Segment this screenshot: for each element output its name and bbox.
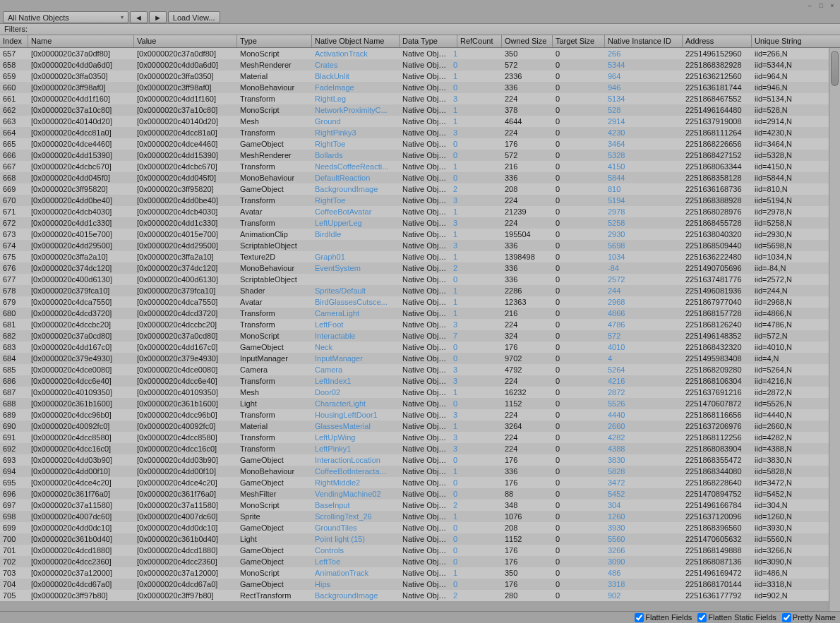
cell-refcount[interactable]: 1	[450, 72, 457, 80]
col-name[interactable]: Name	[28, 35, 134, 47]
table-row[interactable]: 661[0x0000020c4dd1f160][0x0000020c4dd1f1…	[0, 93, 829, 104]
cell-nativeid[interactable]: 2978	[605, 207, 683, 216]
cell-nativeid[interactable]: -84	[605, 264, 683, 272]
table-row[interactable]: 691[0x0000020c4dcc8580][0x0000020c4dcc85…	[0, 432, 829, 443]
cell-refcount[interactable]: 1	[450, 388, 457, 397]
cell-nativeid[interactable]: 266	[605, 49, 683, 58]
cell-native-name[interactable]: CharacterLight	[312, 399, 400, 408]
table-row[interactable]: 703[0x0000020c37a12000][0x0000020c37a120…	[0, 567, 829, 579]
col-refcount[interactable]: RefCount	[457, 35, 502, 47]
cell-native-name[interactable]: LeftIndex1	[312, 377, 400, 385]
cell-native-name[interactable]: CoffeeBotInteracta...	[312, 467, 400, 476]
cell-nativeid[interactable]: 1034	[605, 253, 683, 261]
cell-refcount[interactable]: 3	[450, 95, 457, 103]
cell-refcount[interactable]: 3	[450, 411, 457, 419]
cell-refcount[interactable]: 0	[450, 275, 457, 284]
cell-native-name[interactable]: VendingMachine02	[312, 490, 400, 498]
table-row[interactable]: 675[0x0000020c3ffa2a10][0x0000020c3ffa2a…	[0, 251, 829, 262]
cell-refcount[interactable]: 0	[450, 354, 457, 363]
table-row[interactable]: 684[0x0000020c379e4930][0x0000020c379e49…	[0, 353, 829, 364]
cell-nativeid[interactable]: 3930	[605, 524, 683, 532]
col-uniquestr[interactable]: Unique String	[752, 35, 818, 47]
cell-nativeid[interactable]: 2572	[605, 275, 683, 284]
cell-refcount[interactable]: 1	[450, 230, 457, 238]
cell-refcount[interactable]: 3	[450, 219, 457, 227]
cell-native-name[interactable]: Neck	[312, 343, 400, 351]
table-row[interactable]: 676[0x0000020c374dc120][0x0000020c374dc1…	[0, 262, 829, 274]
cell-native-name[interactable]: Point light (15)	[312, 535, 400, 543]
cell-refcount[interactable]: 3	[450, 444, 457, 453]
table-row[interactable]: 690[0x0000020c40092fc0][0x0000020c40092f…	[0, 421, 829, 432]
table-row[interactable]: 696[0x0000020c361f76a0][0x0000020c361f76…	[0, 488, 829, 500]
cell-nativeid[interactable]: 5194	[605, 196, 683, 205]
cell-native-name[interactable]: FadeImage	[312, 83, 400, 92]
table-row[interactable]: 670[0x0000020c4dd0be40][0x0000020c4dd0be…	[0, 195, 829, 206]
history-prev-button[interactable]: ◄	[130, 11, 148, 23]
table-row[interactable]: 702[0x0000020c4dcc2360][0x0000020c4dcc23…	[0, 556, 829, 567]
col-address[interactable]: Address	[683, 35, 752, 47]
cell-nativeid[interactable]: 3318	[605, 580, 683, 588]
table-row[interactable]: 674[0x0000020c4dd29500][0x0000020c4dd295…	[0, 240, 829, 251]
cell-native-name[interactable]: Interactable	[312, 332, 400, 340]
cell-native-name[interactable]: Sprites/Default	[312, 286, 400, 295]
cell-nativeid[interactable]: 3090	[605, 557, 683, 566]
table-row[interactable]: 683[0x0000020c4dd167c0][0x0000020c4dd167…	[0, 341, 829, 353]
cell-native-name[interactable]: Graph01	[312, 253, 400, 261]
cell-native-name[interactable]: BirdGlassesCutsce...	[312, 298, 400, 306]
cell-native-name[interactable]: ActivationTrack	[312, 49, 400, 58]
cell-native-name[interactable]: BaseInput	[312, 501, 400, 509]
maximize-icon[interactable]: □	[817, 2, 824, 9]
cell-nativeid[interactable]: 810	[605, 185, 683, 193]
table-row[interactable]: 705[0x0000020c3ff97b80][0x0000020c3ff97b…	[0, 590, 829, 601]
table-row[interactable]: 673[0x0000020c4015e700][0x0000020c4015e7…	[0, 229, 829, 240]
cell-native-name[interactable]: LeftUpperLeg	[312, 219, 400, 227]
table-row[interactable]: 692[0x0000020c4dcc16c0][0x0000020c4dcc16…	[0, 443, 829, 454]
table-row[interactable]: 698[0x0000020c4007dc60][0x0000020c4007dc…	[0, 511, 829, 522]
cell-refcount[interactable]: 0	[450, 83, 457, 92]
table-row[interactable]: 663[0x0000020c40140d20][0x0000020c40140d…	[0, 116, 829, 127]
table-row[interactable]: 658[0x0000020c4dd0a6d0][0x0000020c4dd0a6…	[0, 59, 829, 71]
table-row[interactable]: 672[0x0000020c4dd1c330][0x0000020c4dd1c3…	[0, 217, 829, 229]
cell-native-name[interactable]: GlassesMaterial	[312, 422, 400, 430]
table-row[interactable]: 680[0x0000020c4dcd3720][0x0000020c4dcd37…	[0, 308, 829, 319]
cell-nativeid[interactable]: 946	[605, 83, 683, 92]
cell-refcount[interactable]: 2	[450, 264, 457, 272]
cell-refcount[interactable]: 1	[450, 162, 457, 171]
cell-native-name[interactable]: LeftUpWing	[312, 433, 400, 442]
cell-nativeid[interactable]: 5844	[605, 174, 683, 182]
cell-nativeid[interactable]: 902	[605, 591, 683, 600]
cell-native-name[interactable]: InteractionLocation	[312, 456, 400, 464]
table-row[interactable]: 665[0x0000020c4dce4460][0x0000020c4dce44…	[0, 138, 829, 150]
scroll-track[interactable]	[829, 48, 840, 611]
table-row[interactable]: 701[0x0000020c4dcd1880][0x0000020c4dcd18…	[0, 545, 829, 556]
cell-refcount[interactable]: 2	[450, 185, 457, 193]
cell-refcount[interactable]: 1	[450, 106, 457, 114]
table-row[interactable]: 700[0x0000020c361b0d40][0x0000020c361b0d…	[0, 533, 829, 545]
cell-native-name[interactable]: InputManager	[312, 354, 400, 363]
cell-native-name[interactable]: RightMiddle2	[312, 478, 400, 487]
cell-nativeid[interactable]: 3472	[605, 478, 683, 487]
cell-refcount[interactable]: 0	[450, 490, 457, 498]
cell-refcount[interactable]: 1	[450, 467, 457, 476]
table-row[interactable]: 669[0x0000020c3ff95820][0x0000020c3ff958…	[0, 183, 829, 195]
cell-refcount[interactable]: 0	[450, 61, 457, 69]
cell-refcount[interactable]: 3	[450, 128, 457, 137]
cell-native-name[interactable]: BirdIdle	[312, 230, 400, 238]
table-row[interactable]: 704[0x0000020c4dcd67a0][0x0000020c4dcd67…	[0, 579, 829, 590]
table-row[interactable]: 699[0x0000020c4dd0dc10][0x0000020c4dd0dc…	[0, 522, 829, 533]
table-row[interactable]: 660[0x0000020c3ff98af0][0x0000020c3ff98a…	[0, 82, 829, 93]
cell-nativeid[interactable]: 3830	[605, 456, 683, 464]
cell-nativeid[interactable]: 5452	[605, 490, 683, 498]
table-row[interactable]: 664[0x0000020c4dcc81a0][0x0000020c4dcc81…	[0, 127, 829, 138]
table-row[interactable]: 657[0x0000020c37a0df80][0x0000020c37a0df…	[0, 48, 829, 59]
cell-nativeid[interactable]: 5258	[605, 219, 683, 227]
table-row[interactable]: 685[0x0000020c4dce0080][0x0000020c4dce00…	[0, 364, 829, 375]
cell-nativeid[interactable]: 4282	[605, 433, 683, 442]
table-row[interactable]: 687[0x0000020c40109350][0x0000020c401093…	[0, 387, 829, 398]
cell-nativeid[interactable]: 528	[605, 106, 683, 114]
col-ownedsize[interactable]: Owned Size	[502, 35, 553, 47]
table-row[interactable]: 686[0x0000020c4dcc6e40][0x0000020c4dcc6e…	[0, 375, 829, 387]
cell-refcount[interactable]: 0	[450, 524, 457, 532]
cell-refcount[interactable]: 1	[450, 569, 457, 577]
cell-refcount[interactable]: 2	[450, 591, 457, 600]
